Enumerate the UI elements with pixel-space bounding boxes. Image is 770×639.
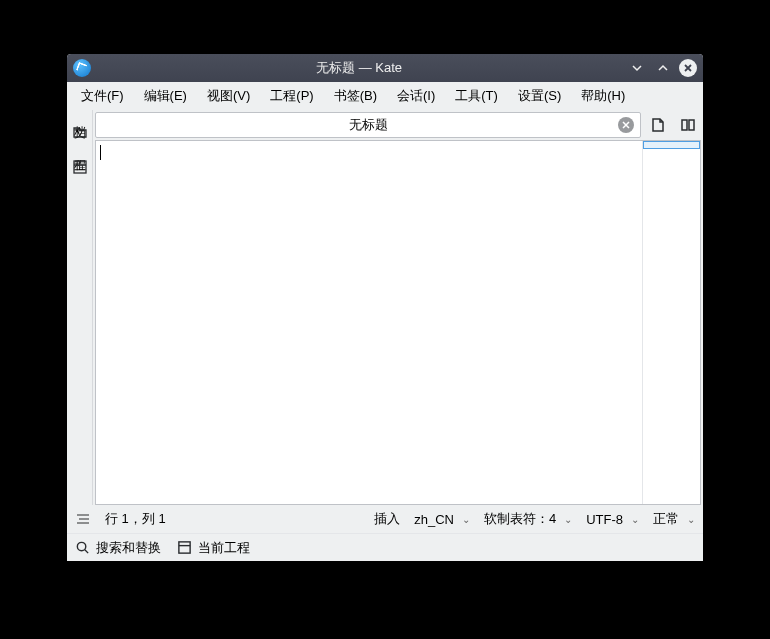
svg-rect-3 [689, 120, 694, 130]
text-editor[interactable] [96, 141, 642, 504]
new-document-icon[interactable] [645, 110, 671, 140]
status-tabs[interactable]: 软制表符：4⌄ [484, 510, 572, 528]
center-area: 无标题 [93, 110, 703, 505]
tab-title: 无标题 [349, 116, 388, 134]
svg-line-5 [85, 550, 88, 553]
titlebar: 无标题 — Kate [67, 54, 703, 82]
menu-settings[interactable]: 设置(S) [508, 83, 571, 109]
minimap-viewport [643, 141, 700, 149]
left-sidebar: 文档 工程 [67, 110, 93, 505]
body: 文档 工程 无标题 [67, 110, 703, 505]
menu-view[interactable]: 视图(V) [197, 83, 260, 109]
split-view-icon[interactable] [675, 110, 701, 140]
chevron-down-icon: ⌄ [564, 514, 572, 525]
search-replace-label: 搜索和替换 [96, 539, 161, 557]
chevron-down-icon: ⌄ [631, 514, 639, 525]
app-icon [73, 59, 91, 77]
menu-sessions[interactable]: 会话(I) [387, 83, 445, 109]
chevron-down-icon: ⌄ [687, 514, 695, 525]
menu-edit[interactable]: 编辑(E) [134, 83, 197, 109]
folder-icon[interactable] [72, 124, 88, 143]
menubar: 文件(F) 编辑(E) 视图(V) 工程(P) 书签(B) 会话(I) 工具(T… [67, 82, 703, 110]
svg-rect-0 [74, 161, 86, 173]
svg-rect-2 [682, 120, 687, 130]
sidebar-documents[interactable]: 文档 [71, 112, 88, 120]
svg-point-4 [77, 542, 85, 550]
close-button[interactable] [679, 59, 697, 77]
menu-help[interactable]: 帮助(H) [571, 83, 635, 109]
svg-rect-6 [179, 542, 190, 553]
status-encoding[interactable]: UTF-8⌄ [586, 512, 639, 527]
status-insert-mode[interactable]: 插入 [374, 510, 400, 528]
current-project-label: 当前工程 [198, 539, 250, 557]
editor-area [95, 140, 701, 505]
status-state[interactable]: 正常⌄ [653, 510, 695, 528]
close-tab-icon[interactable] [618, 117, 634, 133]
status-locale[interactable]: zh_CN⌄ [414, 512, 470, 527]
minimize-button[interactable] [627, 58, 647, 78]
menu-bookmarks[interactable]: 书签(B) [324, 83, 387, 109]
status-bar: 行 1，列 1 插入 zh_CN⌄ 软制表符：4⌄ UTF-8⌄ 正常⌄ [67, 505, 703, 533]
indent-icon[interactable] [75, 513, 91, 525]
sidebar-projects[interactable]: 工程 [71, 147, 88, 155]
menu-tools[interactable]: 工具(T) [445, 83, 508, 109]
kate-window: 无标题 — Kate 文件(F) 编辑(E) 视图(V) 工程(P) 书签(B)… [67, 54, 703, 561]
chevron-down-icon: ⌄ [462, 514, 470, 525]
bottom-toolbar: 搜索和替换 当前工程 [67, 533, 703, 561]
minimap[interactable] [642, 141, 700, 504]
window-title: 无标题 — Kate [97, 59, 621, 77]
status-position[interactable]: 行 1，列 1 [105, 510, 166, 528]
project-icon [177, 540, 192, 555]
maximize-button[interactable] [653, 58, 673, 78]
menu-file[interactable]: 文件(F) [71, 83, 134, 109]
document-tab[interactable]: 无标题 [95, 112, 641, 138]
search-replace-button[interactable]: 搜索和替换 [75, 539, 161, 557]
menu-project[interactable]: 工程(P) [260, 83, 323, 109]
search-icon [75, 540, 90, 555]
project-icon[interactable] [72, 159, 88, 178]
tab-bar: 无标题 [93, 110, 703, 140]
current-project-button[interactable]: 当前工程 [177, 539, 250, 557]
text-cursor [100, 145, 101, 160]
